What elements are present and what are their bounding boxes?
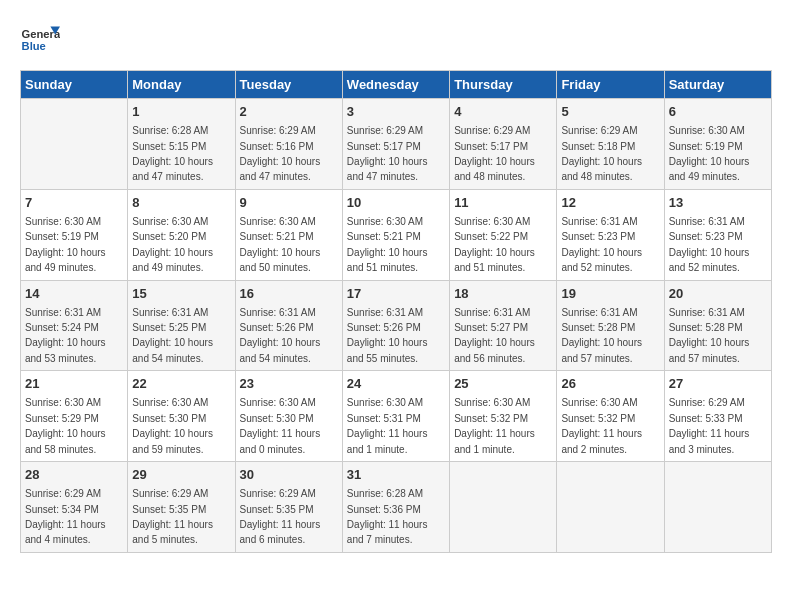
header-cell-saturday: Saturday — [664, 71, 771, 99]
day-info: Sunrise: 6:31 AM Sunset: 5:23 PM Dayligh… — [561, 216, 642, 273]
day-info: Sunrise: 6:31 AM Sunset: 5:25 PM Dayligh… — [132, 307, 213, 364]
day-cell: 9Sunrise: 6:30 AM Sunset: 5:21 PM Daylig… — [235, 189, 342, 280]
day-cell: 13Sunrise: 6:31 AM Sunset: 5:23 PM Dayli… — [664, 189, 771, 280]
day-cell: 12Sunrise: 6:31 AM Sunset: 5:23 PM Dayli… — [557, 189, 664, 280]
day-cell — [450, 462, 557, 553]
header-cell-sunday: Sunday — [21, 71, 128, 99]
day-number: 9 — [240, 194, 338, 212]
day-cell: 20Sunrise: 6:31 AM Sunset: 5:28 PM Dayli… — [664, 280, 771, 371]
day-cell: 30Sunrise: 6:29 AM Sunset: 5:35 PM Dayli… — [235, 462, 342, 553]
day-info: Sunrise: 6:29 AM Sunset: 5:17 PM Dayligh… — [347, 125, 428, 182]
day-info: Sunrise: 6:30 AM Sunset: 5:19 PM Dayligh… — [669, 125, 750, 182]
week-row-2: 7Sunrise: 6:30 AM Sunset: 5:19 PM Daylig… — [21, 189, 772, 280]
day-info: Sunrise: 6:28 AM Sunset: 5:36 PM Dayligh… — [347, 488, 428, 545]
logo-icon: General Blue — [20, 20, 60, 60]
day-number: 10 — [347, 194, 445, 212]
day-info: Sunrise: 6:30 AM Sunset: 5:21 PM Dayligh… — [240, 216, 321, 273]
day-info: Sunrise: 6:30 AM Sunset: 5:30 PM Dayligh… — [132, 397, 213, 454]
week-row-1: 1Sunrise: 6:28 AM Sunset: 5:15 PM Daylig… — [21, 99, 772, 190]
day-cell: 2Sunrise: 6:29 AM Sunset: 5:16 PM Daylig… — [235, 99, 342, 190]
day-info: Sunrise: 6:30 AM Sunset: 5:29 PM Dayligh… — [25, 397, 106, 454]
day-cell: 23Sunrise: 6:30 AM Sunset: 5:30 PM Dayli… — [235, 371, 342, 462]
day-info: Sunrise: 6:29 AM Sunset: 5:16 PM Dayligh… — [240, 125, 321, 182]
day-info: Sunrise: 6:29 AM Sunset: 5:35 PM Dayligh… — [240, 488, 321, 545]
day-number: 18 — [454, 285, 552, 303]
header-cell-thursday: Thursday — [450, 71, 557, 99]
day-cell: 5Sunrise: 6:29 AM Sunset: 5:18 PM Daylig… — [557, 99, 664, 190]
header-row: SundayMondayTuesdayWednesdayThursdayFrid… — [21, 71, 772, 99]
day-number: 5 — [561, 103, 659, 121]
day-cell: 27Sunrise: 6:29 AM Sunset: 5:33 PM Dayli… — [664, 371, 771, 462]
day-info: Sunrise: 6:30 AM Sunset: 5:22 PM Dayligh… — [454, 216, 535, 273]
day-number: 24 — [347, 375, 445, 393]
day-info: Sunrise: 6:29 AM Sunset: 5:34 PM Dayligh… — [25, 488, 106, 545]
day-cell: 1Sunrise: 6:28 AM Sunset: 5:15 PM Daylig… — [128, 99, 235, 190]
header-cell-wednesday: Wednesday — [342, 71, 449, 99]
day-number: 26 — [561, 375, 659, 393]
day-cell: 22Sunrise: 6:30 AM Sunset: 5:30 PM Dayli… — [128, 371, 235, 462]
day-number: 15 — [132, 285, 230, 303]
day-info: Sunrise: 6:30 AM Sunset: 5:31 PM Dayligh… — [347, 397, 428, 454]
day-info: Sunrise: 6:30 AM Sunset: 5:30 PM Dayligh… — [240, 397, 321, 454]
day-number: 23 — [240, 375, 338, 393]
day-number: 27 — [669, 375, 767, 393]
day-cell: 8Sunrise: 6:30 AM Sunset: 5:20 PM Daylig… — [128, 189, 235, 280]
day-info: Sunrise: 6:31 AM Sunset: 5:23 PM Dayligh… — [669, 216, 750, 273]
day-cell — [557, 462, 664, 553]
day-number: 25 — [454, 375, 552, 393]
day-info: Sunrise: 6:31 AM Sunset: 5:28 PM Dayligh… — [669, 307, 750, 364]
day-cell: 6Sunrise: 6:30 AM Sunset: 5:19 PM Daylig… — [664, 99, 771, 190]
day-number: 30 — [240, 466, 338, 484]
day-number: 16 — [240, 285, 338, 303]
day-number: 20 — [669, 285, 767, 303]
day-cell: 21Sunrise: 6:30 AM Sunset: 5:29 PM Dayli… — [21, 371, 128, 462]
day-number: 13 — [669, 194, 767, 212]
day-info: Sunrise: 6:30 AM Sunset: 5:21 PM Dayligh… — [347, 216, 428, 273]
week-row-3: 14Sunrise: 6:31 AM Sunset: 5:24 PM Dayli… — [21, 280, 772, 371]
day-cell: 26Sunrise: 6:30 AM Sunset: 5:32 PM Dayli… — [557, 371, 664, 462]
day-number: 17 — [347, 285, 445, 303]
day-info: Sunrise: 6:28 AM Sunset: 5:15 PM Dayligh… — [132, 125, 213, 182]
day-number: 8 — [132, 194, 230, 212]
day-number: 2 — [240, 103, 338, 121]
day-cell: 15Sunrise: 6:31 AM Sunset: 5:25 PM Dayli… — [128, 280, 235, 371]
day-info: Sunrise: 6:30 AM Sunset: 5:19 PM Dayligh… — [25, 216, 106, 273]
day-info: Sunrise: 6:30 AM Sunset: 5:20 PM Dayligh… — [132, 216, 213, 273]
day-info: Sunrise: 6:29 AM Sunset: 5:35 PM Dayligh… — [132, 488, 213, 545]
day-cell: 4Sunrise: 6:29 AM Sunset: 5:17 PM Daylig… — [450, 99, 557, 190]
day-cell: 19Sunrise: 6:31 AM Sunset: 5:28 PM Dayli… — [557, 280, 664, 371]
day-cell: 28Sunrise: 6:29 AM Sunset: 5:34 PM Dayli… — [21, 462, 128, 553]
day-info: Sunrise: 6:30 AM Sunset: 5:32 PM Dayligh… — [561, 397, 642, 454]
day-cell — [664, 462, 771, 553]
day-number: 29 — [132, 466, 230, 484]
day-info: Sunrise: 6:31 AM Sunset: 5:24 PM Dayligh… — [25, 307, 106, 364]
day-cell: 14Sunrise: 6:31 AM Sunset: 5:24 PM Dayli… — [21, 280, 128, 371]
day-number: 14 — [25, 285, 123, 303]
day-info: Sunrise: 6:29 AM Sunset: 5:18 PM Dayligh… — [561, 125, 642, 182]
day-number: 6 — [669, 103, 767, 121]
day-number: 22 — [132, 375, 230, 393]
header-cell-tuesday: Tuesday — [235, 71, 342, 99]
day-cell: 3Sunrise: 6:29 AM Sunset: 5:17 PM Daylig… — [342, 99, 449, 190]
day-number: 1 — [132, 103, 230, 121]
day-number: 31 — [347, 466, 445, 484]
day-cell: 11Sunrise: 6:30 AM Sunset: 5:22 PM Dayli… — [450, 189, 557, 280]
day-info: Sunrise: 6:31 AM Sunset: 5:28 PM Dayligh… — [561, 307, 642, 364]
logo: General Blue — [20, 20, 60, 60]
day-number: 11 — [454, 194, 552, 212]
day-cell — [21, 99, 128, 190]
day-info: Sunrise: 6:31 AM Sunset: 5:27 PM Dayligh… — [454, 307, 535, 364]
day-cell: 29Sunrise: 6:29 AM Sunset: 5:35 PM Dayli… — [128, 462, 235, 553]
day-cell: 7Sunrise: 6:30 AM Sunset: 5:19 PM Daylig… — [21, 189, 128, 280]
day-cell: 31Sunrise: 6:28 AM Sunset: 5:36 PM Dayli… — [342, 462, 449, 553]
day-info: Sunrise: 6:29 AM Sunset: 5:33 PM Dayligh… — [669, 397, 750, 454]
day-info: Sunrise: 6:30 AM Sunset: 5:32 PM Dayligh… — [454, 397, 535, 454]
day-cell: 25Sunrise: 6:30 AM Sunset: 5:32 PM Dayli… — [450, 371, 557, 462]
week-row-5: 28Sunrise: 6:29 AM Sunset: 5:34 PM Dayli… — [21, 462, 772, 553]
header-cell-friday: Friday — [557, 71, 664, 99]
page-header: General Blue — [20, 20, 772, 60]
day-number: 12 — [561, 194, 659, 212]
day-info: Sunrise: 6:31 AM Sunset: 5:26 PM Dayligh… — [347, 307, 428, 364]
day-info: Sunrise: 6:29 AM Sunset: 5:17 PM Dayligh… — [454, 125, 535, 182]
calendar-table: SundayMondayTuesdayWednesdayThursdayFrid… — [20, 70, 772, 553]
